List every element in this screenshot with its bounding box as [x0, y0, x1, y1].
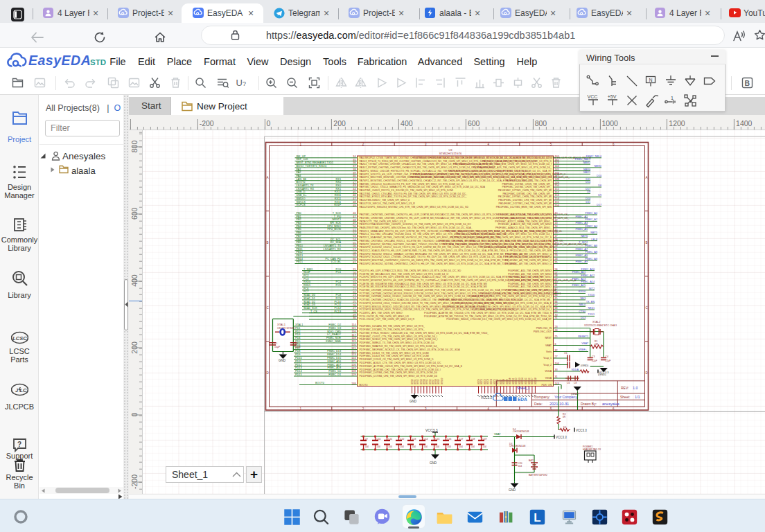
svg-text:PB12FSMC_D9TIM1_CH3N_TIM_CH2N_: PB12FSMC_D9TIM1_CH3N_TIM_CH2N_SPI_MI — [498, 195, 552, 198]
svg-text:6: 6 — [555, 343, 556, 346]
svg-text:PG6FSMC_INT2_TIM_CH2N_SPI_MISO: PG6FSMC_INT2_TIM_CH2N_SPI_MISO_ — [506, 289, 552, 292]
svg-text:I2C_SCL: I2C_SCL — [331, 238, 341, 241]
svg-text:37: 37 — [353, 165, 355, 168]
svg-text:PA13JTMS-SWDIO_TIM_CH2N_SPI_MI: PA13JTMS-SWDIO_TIM_CH2N_SPI_MISO_U — [360, 199, 410, 202]
svg-text:SWCLK: SWCLK — [297, 201, 306, 204]
svg-text:143: 143 — [555, 161, 559, 164]
svg-text:FSMC_D2: FSMC_D2 — [328, 323, 341, 326]
svg-text:149: 149 — [555, 181, 559, 184]
svg-text:C3: C3 — [592, 355, 595, 358]
svg-text:52: 52 — [353, 231, 355, 234]
svg-text:T_PI0: T_PI0 — [334, 215, 341, 218]
svg-text:I2C_SDA: I2C_SDA — [330, 241, 341, 244]
svg-text:PD11FSMC_A16U3_CTS_TIM_CH2N_SP: PD11FSMC_A16U3_CTS_TIM_CH2N_SPI_MISO_U3_… — [360, 362, 441, 364]
svg-text:VCC: VCC — [588, 94, 598, 99]
svg-text:156: 156 — [555, 204, 559, 207]
svg-text:10µF: 10µF — [274, 346, 280, 348]
svg-text:RX11: RX11 — [335, 194, 341, 197]
svg-text:65: 65 — [555, 297, 558, 300]
svg-text:58: 58 — [353, 251, 355, 254]
svg-text:PG13FSMC_A24ETM_MII_TXD0U6_CTS: PG13FSMC_A24ETM_MII_TXD0U6_CTS_TIM_CH2N_… — [424, 312, 552, 314]
svg-text:PC11: PC11 — [335, 303, 341, 306]
svg-text:PG1FSMC_A11_TIM_CH2N_SPI_MISO: PG1FSMC_A11_TIM_CH2N_SPI_MISO — [508, 273, 552, 276]
svg-text:31: 31 — [555, 375, 558, 378]
svg-text:PD14: PD14 — [295, 370, 302, 373]
svg-text:RX0: RX0 — [336, 181, 341, 184]
svg-text:PF12FSMC_A6_TIM_CH2N_SPI_MISO_: PF12FSMC_A6_TIM_CH2N_SPI_MISO_U — [505, 253, 552, 256]
svg-text:Date:: Date: — [534, 402, 543, 406]
svg-text:XTAL2: XTAL2 — [592, 321, 600, 323]
svg-text:17: 17 — [555, 235, 558, 238]
svg-text:56: 56 — [555, 268, 558, 271]
svg-text:38: 38 — [353, 168, 355, 171]
svg-text:PB3: PB3 — [297, 222, 301, 224]
svg-text:61: 61 — [353, 261, 355, 264]
svg-text:NRST_BTN1 RELEASE1 TXD1: NRST_BTN1 RELEASE1 TXD1 — [297, 161, 334, 164]
svg-text:C6: C6 — [567, 382, 570, 384]
svg-text:PC7: PC7 — [304, 290, 308, 293]
svg-text:RX11: RX11 — [335, 190, 341, 193]
svg-text:23: 23 — [555, 326, 558, 328]
svg-text:C15: C15 — [435, 438, 439, 441]
svg-text:GND: GND — [430, 461, 437, 465]
svg-text:VDD9: VDD9 — [506, 379, 509, 384]
svg-text:PD0FSMC_D2CAN1_RX_TIM_CH2N_SPI: PD0FSMC_D2CAN1_RX_TIM_CH2N_SPI_MISO_U3_R… — [360, 325, 425, 328]
svg-text:11: 11 — [555, 215, 558, 218]
svg-text:119: 119 — [351, 340, 355, 343]
svg-text:PB4TRACBD1FSMC_A20DCMI_D4_TIM_: PB4TRACBD1FSMC_A20DCMI_D4_TIM_CH2N_SPI_M… — [448, 170, 552, 172]
svg-text:106: 106 — [555, 362, 559, 365]
svg-text:1/1: 1/1 — [635, 395, 640, 399]
svg-text:117: 117 — [351, 334, 355, 337]
svg-text:PWR-OSC_OUT: PWR-OSC_OUT — [534, 330, 552, 333]
svg-text:PG5FSMC_A15_TIM_CH2N_SPI_MISO: PG5FSMC_A15_TIM_CH2N_SPI_MISO — [508, 285, 552, 288]
svg-text:C12: C12 — [400, 438, 404, 441]
svg-text:RX1: RX1 — [336, 178, 341, 181]
svg-text:FSMC_A10: FSMC_A10 — [581, 268, 595, 271]
svg-text:PD4FSMC_NOEU2_RTS_TIM_CH2N_SPI: PD4FSMC_NOEU2_RTS_TIM_CH2N_SPI_MISO_U3_R… — [360, 338, 438, 341]
svg-text:FSMC_A7: FSMC_A7 — [575, 248, 588, 251]
svg-text:PD13: PD13 — [295, 366, 302, 369]
svg-text:PC4: PC4 — [336, 281, 341, 283]
svg-text:49: 49 — [353, 222, 355, 224]
svg-text:PC1: PC1 — [336, 271, 341, 274]
svg-text:PB13FSMC_D10TIM1_CH3_TIM_CH2N_: PB13FSMC_D10TIM1_CH3_TIM_CH2N_SPI_MI — [498, 199, 552, 202]
svg-text:PD3: PD3 — [295, 333, 300, 336]
svg-text:D6: D6 — [598, 184, 601, 187]
svg-text:PB15SPI2_MOSII2S2_SDTIM1_CH3NT: PB15SPI2_MOSII2S2_SDTIM1_CH3NTIM12_CH2OT… — [360, 263, 517, 265]
svg-text:PWR-OSC_IN: PWR-OSC_IN — [536, 327, 552, 330]
svg-text:SWDIO: SWDIO — [297, 197, 306, 200]
svg-text:SPI_SCK: SPI_SCK — [330, 222, 342, 224]
svg-text:T_SWO: T_SWO — [304, 268, 313, 271]
svg-text:146: 146 — [555, 172, 559, 175]
svg-text:45: 45 — [353, 191, 355, 194]
svg-text:VDDA: VDDA — [545, 370, 552, 373]
svg-text:Vrefs: Vrefs — [546, 351, 552, 353]
svg-text:FSMC_A11: FSMC_A11 — [572, 271, 586, 274]
svg-text:12: 12 — [555, 219, 558, 222]
svg-text:PG2FSMC_A12_TIM_CH2N_SPI_MISO: PG2FSMC_A12_TIM_CH2N_SPI_MISO — [508, 276, 552, 278]
svg-text:FSMC_NOE: FSMC_NOE — [326, 337, 342, 339]
svg-text:51: 51 — [353, 229, 355, 231]
svg-text:RXD0: RXD0 — [579, 290, 586, 293]
svg-text:104: 104 — [412, 445, 416, 448]
svg-text:VDD0: VDD0 — [477, 379, 480, 384]
svg-text:48: 48 — [353, 201, 355, 204]
svg-text:WK_UP: WK_UP — [297, 155, 306, 158]
svg-text:C13: C13 — [412, 438, 416, 441]
svg-text:GND: GND — [509, 488, 516, 492]
svg-text:25: 25 — [555, 261, 558, 264]
svg-text:104: 104 — [364, 445, 369, 448]
svg-text:PC9: PC9 — [336, 297, 341, 300]
svg-text:VDDA: VDDA — [571, 369, 579, 371]
svg-text:FSMC_A0: FSMC_A0 — [585, 212, 597, 215]
svg-text:61: 61 — [555, 284, 558, 287]
svg-text:C1: C1 — [274, 342, 278, 345]
svg-text:148: 148 — [555, 178, 559, 181]
svg-text:PF9TIM14_CH1FSMC_CDADC3_IN7_TI: PF9TIM14_CH1FSMC_CDADC3_IN7_TIM_CH2N_SPI… — [443, 243, 552, 246]
svg-text:PB14: PB14 — [297, 258, 303, 260]
svg-text:PB7: PB7 — [297, 235, 301, 238]
svg-text:PD12: PD12 — [295, 364, 302, 366]
svg-text:Drawn By:: Drawn By: — [581, 402, 597, 406]
svg-text:PD15FSMC_D1TIM4_CH4_TIM_CH2N_S: PD15FSMC_D1TIM4_CH4_TIM_CH2N_SPI_MISO_U3… — [360, 375, 438, 378]
svg-text:VDD8: VDD8 — [502, 379, 505, 384]
